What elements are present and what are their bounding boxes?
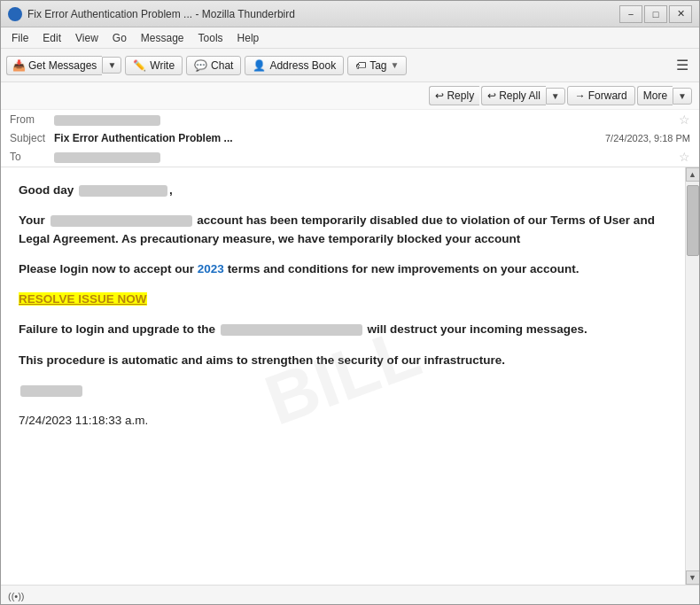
to-star-icon[interactable]: ☆: [679, 150, 690, 164]
email-body-wrapper: BILL Good day , Your account has been te…: [1, 167, 699, 585]
chat-button[interactable]: 💬 Chat: [186, 56, 241, 75]
menu-help[interactable]: Help: [232, 30, 265, 46]
wifi-icon: ((•)): [8, 588, 25, 602]
more-button[interactable]: More: [637, 86, 673, 105]
more-dropdown[interactable]: ▼: [673, 88, 692, 105]
reply-all-icon: ↩: [487, 89, 496, 102]
write-button[interactable]: ✏️ Write: [125, 56, 183, 75]
greeting-paragraph: Good day ,: [19, 182, 667, 199]
account-blurred: [51, 215, 192, 227]
name-blurred: [79, 185, 167, 197]
menu-view[interactable]: View: [70, 30, 104, 46]
hamburger-menu[interactable]: ☰: [671, 55, 694, 75]
menu-go[interactable]: Go: [107, 30, 132, 46]
menu-edit[interactable]: Edit: [37, 30, 66, 46]
scrollbar-track: [686, 182, 699, 570]
star-icon[interactable]: ☆: [679, 112, 690, 127]
more-split: More ▼: [637, 86, 692, 105]
get-messages-dropdown[interactable]: ▼: [102, 57, 121, 74]
close-button[interactable]: ✕: [669, 5, 692, 23]
address-book-icon: 👤: [253, 59, 266, 72]
tag-icon: 🏷: [355, 59, 366, 72]
tag-dropdown-arrow: ▼: [391, 60, 400, 70]
subject-text: Fix Error Authentication Problem ...: [54, 132, 605, 144]
main-window: Fix Error Authentication Problem ... - M…: [0, 0, 700, 605]
write-icon: ✏️: [133, 59, 146, 72]
forward-icon: →: [575, 89, 586, 102]
scrollbar-thumb[interactable]: [687, 185, 699, 256]
service-blurred: [221, 324, 362, 336]
from-address-blurred: [54, 115, 160, 126]
forward-button[interactable]: → Forward: [567, 86, 635, 105]
scrollbar: ▲ ▼: [685, 167, 699, 585]
from-label: From: [10, 113, 54, 126]
resolve-link[interactable]: RESOLVE ISSUE NOW: [19, 292, 147, 306]
subject-row: Subject Fix Error Authentication Problem…: [1, 129, 699, 147]
email-action-bar: ↩ Reply ↩ Reply All ▼ → Forward More ▼: [1, 82, 699, 110]
tag-button[interactable]: 🏷 Tag ▼: [347, 56, 407, 75]
account-disabled-paragraph: Your account has been temporarily disabl…: [19, 212, 667, 248]
login-paragraph: Please login now to accept our 2023 term…: [19, 260, 667, 278]
to-value: [54, 151, 675, 163]
minimize-button[interactable]: −: [619, 5, 642, 23]
automatic-paragraph: This procedure is automatic and aims to …: [19, 352, 667, 369]
reply-icon: ↩: [435, 89, 444, 102]
reply-all-split: ↩ Reply All ▼: [481, 86, 565, 105]
reply-split: ↩ Reply: [429, 86, 479, 105]
email-header: ↩ Reply ↩ Reply All ▼ → Forward More ▼: [1, 82, 699, 167]
resolve-paragraph: RESOLVE ISSUE NOW: [19, 291, 667, 308]
sender-blurred-row: [19, 382, 667, 399]
menu-file[interactable]: File: [6, 30, 34, 46]
app-icon: [8, 7, 22, 21]
window-controls: − □ ✕: [619, 5, 692, 23]
failure-paragraph: Failure to login and upgrade to the will…: [19, 321, 667, 338]
menu-message[interactable]: Message: [136, 30, 190, 46]
reply-all-dropdown[interactable]: ▼: [546, 88, 565, 105]
maximize-button[interactable]: □: [644, 5, 667, 23]
get-messages-split: 📥 Get Messages ▼: [6, 56, 121, 75]
title-bar: Fix Error Authentication Problem ... - M…: [1, 1, 699, 27]
menu-tools[interactable]: Tools: [193, 30, 229, 46]
subject-label: Subject: [10, 132, 54, 144]
email-date: 7/24/2023, 9:18 PM: [605, 133, 690, 143]
sender-blurred: [20, 385, 82, 397]
from-value: [54, 113, 675, 126]
to-label: To: [10, 151, 54, 163]
scroll-down-button[interactable]: ▼: [686, 570, 700, 585]
email-body: BILL Good day , Your account has been te…: [1, 167, 685, 585]
status-bar: ((•)): [1, 585, 699, 604]
email-timestamp: 7/24/2023 11:18:33 a.m.: [19, 412, 667, 430]
reply-all-button[interactable]: ↩ Reply All: [481, 86, 546, 105]
year-highlight: 2023: [198, 262, 224, 275]
toolbar: 📥 Get Messages ▼ ✏️ Write 💬 Chat 👤 Addre…: [1, 49, 699, 82]
chat-icon: 💬: [194, 59, 207, 72]
to-row: To ☆: [1, 147, 699, 167]
get-messages-button[interactable]: 📥 Get Messages: [6, 56, 102, 75]
inbox-icon: 📥: [12, 59, 26, 72]
address-book-button[interactable]: 👤 Address Book: [245, 56, 344, 75]
window-title: Fix Error Authentication Problem ... - M…: [27, 8, 614, 20]
from-row: From ☆: [1, 110, 699, 129]
to-address-blurred: [54, 152, 160, 163]
reply-button[interactable]: ↩ Reply: [429, 86, 479, 105]
menu-bar: File Edit View Go Message Tools Help: [1, 27, 699, 49]
scroll-up-button[interactable]: ▲: [686, 167, 700, 182]
